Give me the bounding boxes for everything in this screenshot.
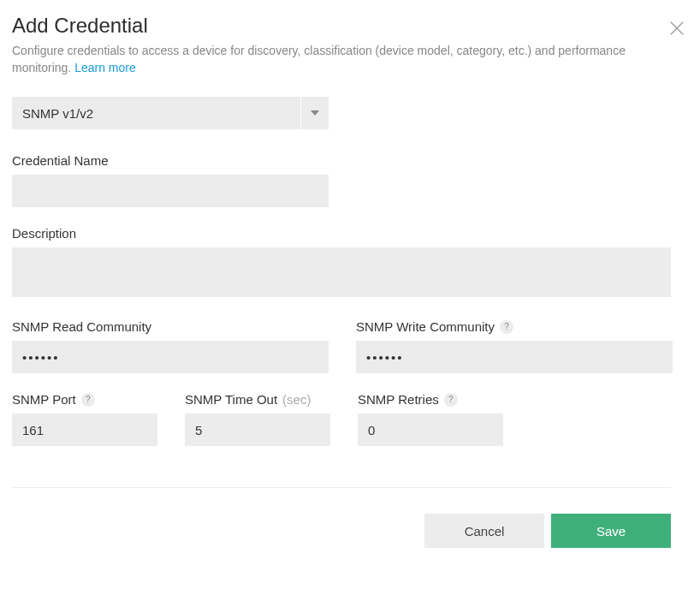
close-icon [669,21,685,36]
snmp-timeout-suffix: (sec) [282,392,311,407]
credential-name-input[interactable] [12,175,329,207]
snmp-retries-input[interactable] [358,413,503,446]
snmp-retries-label: SNMP Retries [358,392,439,407]
cancel-button[interactable]: Cancel [424,514,544,548]
help-icon[interactable]: ? [81,393,95,407]
page-subtitle: Configure credentials to access a device… [12,43,688,76]
credential-type-value: SNMP v1/v2 [12,97,301,129]
chevron-down-icon [301,97,329,129]
description-label: Description [12,226,688,241]
credential-type-select[interactable]: SNMP v1/v2 [12,97,329,129]
help-icon[interactable]: ? [444,393,458,407]
read-community-input[interactable] [12,341,329,373]
credential-name-label: Credential Name [12,153,688,168]
snmp-port-label: SNMP Port [12,392,76,407]
snmp-port-input[interactable] [12,413,157,446]
description-input[interactable] [12,247,671,297]
write-community-label: SNMP Write Community [356,319,495,334]
snmp-timeout-input[interactable] [185,413,330,446]
page-title: Add Credential [12,14,148,38]
snmp-timeout-label: SNMP Time Out [185,392,277,407]
read-community-label: SNMP Read Community [12,319,151,334]
divider [12,487,671,488]
help-icon[interactable]: ? [500,320,513,334]
svg-marker-2 [311,110,319,116]
close-button[interactable] [666,17,688,43]
save-button[interactable]: Save [551,514,671,548]
write-community-input[interactable] [356,341,673,373]
learn-more-link[interactable]: Learn more [74,61,136,74]
